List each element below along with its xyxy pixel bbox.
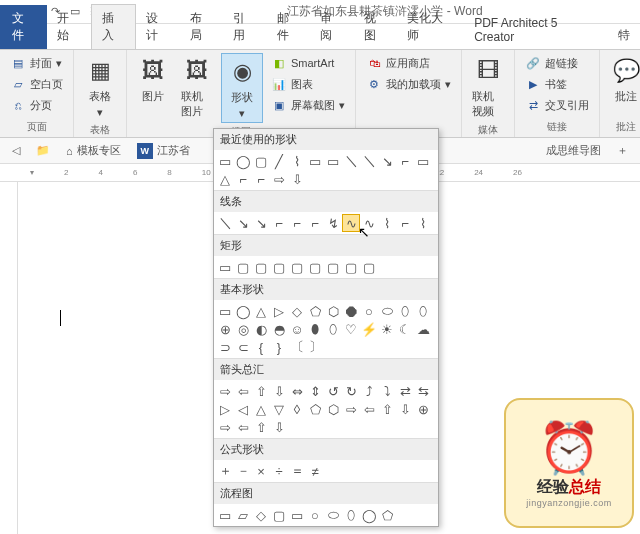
line-8[interactable]: ∿ (360, 214, 378, 232)
a-8[interactable]: ↻ (342, 382, 360, 400)
tab-home[interactable]: 开始 (47, 5, 90, 49)
b-20[interactable]: ♡ (342, 320, 360, 338)
tab-view[interactable]: 视图 (354, 5, 397, 49)
shape-scribble[interactable]: ⌇ (288, 152, 306, 170)
blank-page-button[interactable]: ▱空白页 (6, 74, 67, 94)
tab-special[interactable]: 特 (608, 22, 640, 49)
b-25[interactable]: ⊃ (216, 338, 234, 356)
tab-design[interactable]: 设计 (136, 5, 179, 49)
rect-7[interactable]: ▢ (324, 258, 342, 276)
a-12[interactable]: ⇆ (414, 382, 432, 400)
a-22[interactable]: ⇧ (378, 400, 396, 418)
b-29[interactable]: 〔 (288, 338, 306, 356)
shape-rect4[interactable]: ▭ (414, 152, 432, 170)
eq-div[interactable]: ÷ (270, 462, 288, 480)
shape-elbow[interactable]: ⌐ (396, 152, 414, 170)
shape-line[interactable]: ╱ (270, 152, 288, 170)
b-19[interactable]: ⬯ (324, 320, 342, 338)
folder-icon[interactable]: 📁 (30, 142, 56, 159)
page-break-button[interactable]: ⎌分页 (6, 95, 67, 115)
a-26[interactable]: ⇦ (234, 418, 252, 436)
screenshot-button[interactable]: ▣屏幕截图 ▾ (267, 95, 349, 115)
b-3[interactable]: △ (252, 302, 270, 320)
my-addins-button[interactable]: ⚙我的加载项 ▾ (362, 74, 455, 94)
add-tab-icon[interactable]: ＋ (611, 141, 634, 160)
f-6[interactable]: ○ (306, 506, 324, 524)
crossref-button[interactable]: ⇄交叉引用 (521, 95, 593, 115)
b-8[interactable]: ⯃ (342, 302, 360, 320)
a-28[interactable]: ⇩ (270, 418, 288, 436)
shape-line2[interactable]: ＼ (342, 152, 360, 170)
a-17[interactable]: ◊ (288, 400, 306, 418)
f-8[interactable]: ⬯ (342, 506, 360, 524)
b-15[interactable]: ◐ (252, 320, 270, 338)
line-9[interactable]: ⌇ (378, 214, 396, 232)
line-curve-hover[interactable]: ∿ (342, 214, 360, 232)
b-30[interactable]: 〕 (306, 338, 324, 356)
shapes-button[interactable]: ◉形状 ▾ (221, 53, 263, 123)
shape-elbow2[interactable]: ⌐ (234, 170, 252, 188)
eq-plus[interactable]: ＋ (216, 462, 234, 480)
comment-button[interactable]: 💬批注 (606, 53, 640, 106)
line-7[interactable]: ↯ (324, 214, 342, 232)
b-24[interactable]: ☁ (414, 320, 432, 338)
a-7[interactable]: ↺ (324, 382, 342, 400)
f-3[interactable]: ◇ (252, 506, 270, 524)
a-4[interactable]: ⇩ (270, 382, 288, 400)
line-5[interactable]: ⌐ (288, 214, 306, 232)
rect-8[interactable]: ▢ (342, 258, 360, 276)
b-11[interactable]: ⬯ (396, 302, 414, 320)
f-7[interactable]: ⬭ (324, 506, 342, 524)
b-22[interactable]: ☀ (378, 320, 396, 338)
shape-line3[interactable]: ＼ (360, 152, 378, 170)
rect-3[interactable]: ▢ (252, 258, 270, 276)
a-10[interactable]: ⤵ (378, 382, 396, 400)
a-18[interactable]: ⬠ (306, 400, 324, 418)
a-2[interactable]: ⇦ (234, 382, 252, 400)
line-4[interactable]: ⌐ (270, 214, 288, 232)
eq-mult[interactable]: × (252, 462, 270, 480)
b-12[interactable]: ⬯ (414, 302, 432, 320)
a-24[interactable]: ⊕ (414, 400, 432, 418)
line-6[interactable]: ⌐ (306, 214, 324, 232)
b-28[interactable]: } (270, 338, 288, 356)
a-13[interactable]: ▷ (216, 400, 234, 418)
b-26[interactable]: ⊂ (234, 338, 252, 356)
doc-tab[interactable]: W江苏省 (131, 141, 196, 161)
tab-insert[interactable]: 插入 (91, 4, 136, 49)
tab-file[interactable]: 文件 (0, 5, 47, 49)
smartart-button[interactable]: ◧SmartArt (267, 53, 349, 73)
mindmap-item[interactable]: 成思维导图 (540, 141, 607, 160)
templates-item[interactable]: ⌂模板专区 (60, 141, 127, 160)
pictures-button[interactable]: 🖼图片 (133, 53, 173, 106)
video-button[interactable]: 🎞联机视频 (468, 53, 508, 121)
tab-references[interactable]: 引用 (223, 5, 266, 49)
a-15[interactable]: △ (252, 400, 270, 418)
f-5[interactable]: ▭ (288, 506, 306, 524)
a-19[interactable]: ⬡ (324, 400, 342, 418)
nav-back-icon[interactable]: ◁ (6, 142, 26, 159)
b-18[interactable]: ⬮ (306, 320, 324, 338)
rect-4[interactable]: ▢ (270, 258, 288, 276)
chart-button[interactable]: 📊图表 (267, 74, 349, 94)
a-6[interactable]: ⇕ (306, 382, 324, 400)
b-9[interactable]: ○ (360, 302, 378, 320)
a-1[interactable]: ⇨ (216, 382, 234, 400)
shape-arrow-r[interactable]: ⇨ (270, 170, 288, 188)
rect-5[interactable]: ▢ (288, 258, 306, 276)
tab-beauty[interactable]: 美化大师 (397, 5, 464, 49)
b-13[interactable]: ⊕ (216, 320, 234, 338)
shape-rect2[interactable]: ▭ (306, 152, 324, 170)
b-27[interactable]: { (252, 338, 270, 356)
b-23[interactable]: ☾ (396, 320, 414, 338)
tab-layout[interactable]: 布局 (180, 5, 223, 49)
b-2[interactable]: ◯ (234, 302, 252, 320)
shape-rect3[interactable]: ▭ (324, 152, 342, 170)
b-16[interactable]: ◓ (270, 320, 288, 338)
a-23[interactable]: ⇩ (396, 400, 414, 418)
a-3[interactable]: ⇧ (252, 382, 270, 400)
rect-1[interactable]: ▭ (216, 258, 234, 276)
shape-elbow3[interactable]: ⌐ (252, 170, 270, 188)
b-17[interactable]: ☺ (288, 320, 306, 338)
b-4[interactable]: ▷ (270, 302, 288, 320)
